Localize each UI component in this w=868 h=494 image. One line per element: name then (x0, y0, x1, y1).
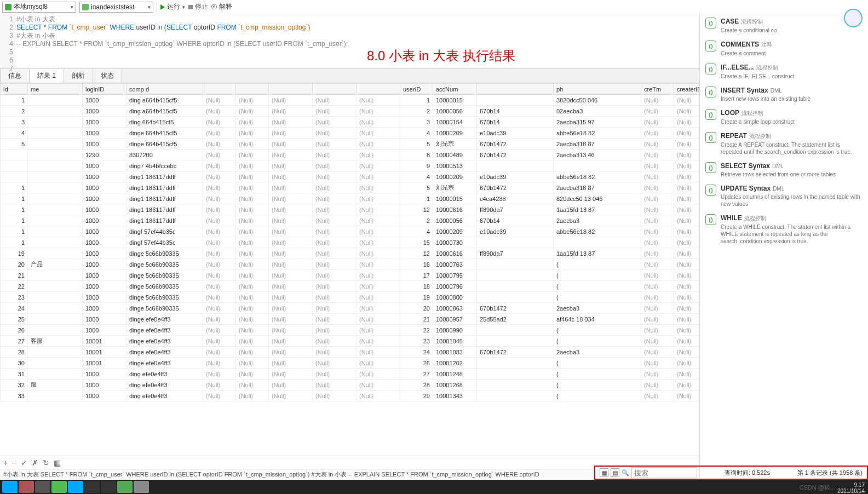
column-header[interactable] (313, 84, 357, 95)
snippet-item[interactable]: () SELECT SyntaxDML Retrieve rows select… (705, 162, 863, 178)
database-select[interactable]: inandexiststest ▾ (79, 2, 153, 13)
apply-button[interactable]: ✓ (21, 458, 27, 467)
code-icon: () (705, 109, 716, 120)
database-label: inandexiststest (91, 3, 134, 11)
tab-result[interactable]: 结果 1 (29, 68, 64, 83)
table-row[interactable]: 2810001dinge efe0e4ff3 (Null)(Null)(Null… (1, 347, 700, 358)
column-header[interactable] (236, 84, 269, 95)
chevron-down-icon: ▾ (182, 4, 185, 10)
search-icon: 🔍 (622, 469, 629, 476)
code-icon: () (705, 87, 716, 97)
table-row[interactable]: 311000ding efe0e4ff3 (Null)(Null)(Null)(… (1, 369, 700, 380)
cancel-button[interactable]: ✗ (32, 458, 38, 467)
table-row[interactable]: 221000dinge 5c66b90335 (Null)(Null)(Null… (1, 281, 700, 292)
column-header[interactable]: id (1, 84, 28, 95)
explain-button[interactable]: ⓔ解释 (211, 2, 232, 12)
column-header[interactable]: loginID (83, 84, 127, 95)
column-header[interactable] (477, 84, 554, 95)
taskbar-app[interactable] (19, 481, 34, 493)
table-row[interactable]: 241000dinge 5c66b90335 (Null)(Null)(Null… (1, 303, 700, 314)
taskbar-app[interactable] (51, 481, 67, 493)
run-label: 运行 (167, 2, 180, 12)
column-header[interactable]: creTm (641, 84, 674, 95)
table-row[interactable]: 11000ding1 186117ddff (Null)(Null)(Null)… (1, 204, 700, 215)
stop-button[interactable]: 停止 (188, 2, 208, 12)
avatar[interactable] (844, 9, 863, 27)
refresh-button[interactable]: ↻ (43, 458, 49, 467)
table-row[interactable]: 31000ding 664b415cf5 (Null)(Null)(Null)(… (1, 117, 700, 128)
snippet-item[interactable]: () UPDATE SyntaxDML Updates columns of e… (705, 185, 863, 208)
snippet-item[interactable]: () COMMENTS注释 Create a comment (705, 41, 863, 57)
taskbar-app[interactable] (68, 481, 83, 493)
database-icon (82, 4, 89, 10)
table-row[interactable]: 21000ding a664b415cf5 (Null)(Null)(Null)… (1, 106, 700, 117)
column-header[interactable] (357, 84, 400, 95)
table-row[interactable]: 11000ding1 186117ddff (Null)(Null)(Null)… (1, 215, 700, 226)
snippet-item[interactable]: () CASE流程控制 Create a conditional co (705, 18, 863, 34)
connection-label: 本地mysql8 (14, 2, 48, 12)
snippet-item[interactable]: () REPEAT流程控制 Create A REPEAT construct.… (705, 132, 863, 156)
record-position: 第 1 条记录 (共 1958 条) (797, 469, 863, 477)
result-grid[interactable]: id meloginIDcomp duserIDaccNumph creTmcr… (0, 83, 699, 401)
snippet-category: 流程控制 (744, 215, 766, 221)
code-icon: () (705, 214, 716, 225)
grid-button[interactable]: ▦ (54, 458, 61, 467)
table-row[interactable]: 3010001dinge efe0e4ff3 (Null)(Null)(Null… (1, 358, 700, 369)
taskbar-app[interactable] (35, 481, 50, 493)
table-row[interactable]: 1290 8307200 (Null)(Null)(Null)(Null)(Nu… (1, 150, 700, 160)
taskbar-app[interactable] (117, 481, 133, 493)
code-area[interactable]: #小表 in 大表SELECT * FROM `t_cmp_user` WHER… (16, 14, 699, 68)
start-button[interactable] (2, 481, 18, 493)
connection-select[interactable]: 本地mysql8 ▾ (2, 2, 76, 13)
search-input[interactable] (631, 467, 697, 478)
table-row[interactable]: 41000dinge 664b415cf5 (Null)(Null)(Null)… (1, 128, 700, 139)
table-row[interactable]: 20产品1000dinge 5c66b90335 (Null)(Null)(Nu… (1, 259, 700, 270)
table-row[interactable]: 1000ding7 4b4bfccebc (Null)(Null)(Null)(… (1, 160, 700, 171)
table-row[interactable]: 191000dinge 5c66b90335 (Null)(Null)(Null… (1, 248, 700, 259)
column-header[interactable] (269, 84, 313, 95)
tab-profile[interactable]: 剖析 (64, 68, 93, 83)
grid-view-icon[interactable]: ▦ (600, 468, 608, 477)
tab-status[interactable]: 状态 (93, 68, 122, 83)
table-row[interactable]: 231000dinge 5c66b90335 (Null)(Null)(Null… (1, 292, 700, 303)
stop-label: 停止 (195, 2, 208, 12)
table-row[interactable]: 11000ding1 186117ddff (Null)(Null)(Null)… (1, 193, 700, 204)
snippet-desc: Retrieve rows selected from one or more … (721, 171, 836, 178)
snippet-title: LOOP (721, 109, 739, 117)
table-row[interactable]: 51000dinge 664b415cf5 (Null)(Null)(Null)… (1, 139, 700, 150)
table-row[interactable]: 331000ding efe0e4ff3 (Null)(Null)(Null)(… (1, 390, 700, 401)
table-row[interactable]: 11000dingf 57ef44b35c (Null)(Null)(Null)… (1, 237, 700, 248)
table-row[interactable]: 1000ding1 186117ddff (Null)(Null)(Null)(… (1, 171, 700, 182)
code-icon: () (705, 18, 716, 28)
column-header[interactable]: accNum (433, 84, 477, 95)
table-row[interactable]: 32服1000ding efe0e4ff3 (Null)(Null)(Null)… (1, 380, 700, 390)
delete-row-button[interactable]: − (12, 458, 16, 467)
column-header[interactable]: userID (400, 84, 433, 95)
column-header[interactable]: comp d (127, 84, 203, 95)
table-row[interactable]: 27客服10001dinge efe0e4ff3 (Null)(Null)(Nu… (1, 336, 700, 347)
taskbar-app[interactable] (101, 481, 116, 493)
form-view-icon[interactable]: ▤ (611, 468, 619, 477)
table-row[interactable]: 261000dinge efe0e4ff3 (Null)(Null)(Null)… (1, 325, 700, 336)
taskbar[interactable]: CSDN @轻... 9:172021/10/14 (0, 480, 868, 494)
column-header[interactable]: me (28, 84, 83, 95)
column-header[interactable]: ph (554, 84, 641, 95)
snippet-desc: Create a WHILE construct. The statement … (721, 223, 863, 245)
snippet-item[interactable]: () WHILE流程控制 Create a WHILE construct. T… (705, 214, 863, 245)
sql-editor[interactable]: 1234567 #小表 in 大表SELECT * FROM `t_cmp_us… (0, 14, 699, 69)
table-row[interactable]: 11000dingf 57ef44b35c (Null)(Null)(Null)… (1, 226, 700, 237)
table-row[interactable]: 251000dinge efe0e4ff3 (Null)(Null)(Null)… (1, 314, 700, 325)
taskbar-app[interactable] (84, 481, 100, 493)
run-button[interactable]: 运行▾ (160, 2, 185, 12)
add-row-button[interactable]: + (3, 458, 8, 467)
snippet-item[interactable]: () INSERT SyntaxDML Insert new rows into… (705, 87, 863, 102)
snippet-item[interactable]: () IF...ELSE...流程控制 Create a IF...ELSE..… (705, 64, 863, 80)
taskbar-app[interactable] (134, 481, 149, 493)
table-row[interactable]: 211000dinge 5c66b90335 (Null)(Null)(Null… (1, 270, 700, 281)
column-header[interactable] (203, 84, 236, 95)
snippet-item[interactable]: () LOOP流程控制 Create a simple loop constru… (705, 109, 863, 125)
table-row[interactable]: 11000ding1 186117ddff (Null)(Null)(Null)… (1, 182, 700, 193)
line-gutter: 1234567 (0, 14, 16, 68)
table-row[interactable]: 11000ding a664b415cf5 (Null)(Null)(Null)… (1, 95, 700, 106)
column-header[interactable]: createrID (674, 84, 700, 95)
